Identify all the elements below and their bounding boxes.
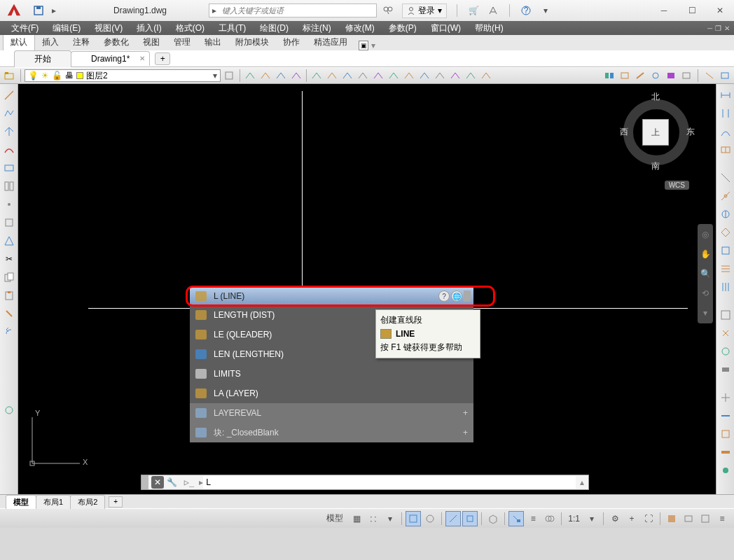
layer-tool-icon[interactable] [403, 69, 415, 82]
layer-match-icon[interactable] [222, 69, 236, 83]
draw-tool-icon[interactable] [2, 197, 16, 211]
expand-icon[interactable]: + [463, 408, 468, 418]
modify-tool-icon[interactable] [719, 171, 733, 185]
toolbar-icon[interactable] [618, 69, 631, 82]
menu-dim[interactable]: 标注(N) [296, 22, 338, 34]
help-icon[interactable]: ? [520, 4, 532, 17]
autocomplete-item[interactable]: LIMITS [190, 364, 473, 384]
layer-tool-icon[interactable] [275, 69, 287, 82]
history-dropdown-icon[interactable]: ▴ [576, 477, 588, 487]
ribbon-tab-default[interactable]: 默认 [3, 34, 35, 50]
layer-tool-icon[interactable] [290, 69, 303, 82]
modify-tool-icon[interactable] [719, 445, 733, 459]
layout-tab-layout2[interactable]: 布局2 [70, 495, 105, 509]
paste-icon[interactable] [2, 288, 16, 302]
toolbar-icon[interactable] [680, 69, 693, 82]
modify-tool-icon[interactable] [719, 344, 733, 358]
viewcube[interactable]: 上 北 南 东 西 [618, 94, 695, 171]
toolbar-icon[interactable] [634, 69, 646, 82]
layer-tool-icon[interactable] [449, 69, 462, 82]
settings-icon[interactable]: 🔧 [167, 477, 179, 487]
toolbar-icon[interactable] [703, 69, 716, 82]
menu-param[interactable]: 参数(P) [382, 22, 424, 34]
menu-help[interactable]: 帮助(H) [468, 22, 511, 34]
maximize-button[interactable]: ☐ [678, 3, 706, 18]
toolbar-icon[interactable] [603, 69, 616, 82]
autocomplete-group[interactable]: 块: _ClosedBlank+ [190, 423, 473, 442]
expand-icon[interactable]: + [463, 428, 468, 438]
ribbon-tab-view[interactable]: 视图 [136, 34, 167, 50]
layer-properties-icon[interactable] [3, 69, 17, 83]
modify-tool-icon[interactable] [719, 326, 733, 340]
ortho-icon[interactable] [406, 511, 421, 526]
ribbon-tab-insert[interactable]: 插入 [35, 34, 66, 50]
layout-tab-layout1[interactable]: 布局1 [36, 495, 71, 509]
tab-close-icon[interactable]: ✕ [139, 55, 145, 62]
autocomplete-group[interactable]: LAYEREVAL+ [190, 403, 473, 423]
layer-tool-icon[interactable] [372, 69, 385, 82]
command-line[interactable]: ✕ 🔧 ▷_ ▸ ▴ [141, 475, 589, 490]
menu-edit[interactable]: 编辑(E) [46, 22, 88, 34]
layout-tab-model[interactable]: 模型 [6, 495, 36, 509]
layer-tool-icon[interactable] [464, 69, 477, 82]
tool-icon[interactable] [2, 403, 16, 417]
save-icon[interactable] [32, 4, 45, 17]
draw-tool-icon[interactable] [2, 234, 16, 248]
nav-orbit-icon[interactable]: ⟲ [699, 287, 712, 300]
layer-tool-icon[interactable] [244, 69, 256, 82]
search-box[interactable]: ▸ [209, 4, 377, 18]
nav-more-icon[interactable]: ▾ [699, 307, 712, 319]
undo-icon[interactable] [2, 325, 16, 339]
toolbar-icon[interactable] [665, 69, 677, 82]
clean-screen-icon[interactable] [698, 511, 713, 526]
dyn-input-icon[interactable] [508, 511, 524, 526]
layer-tool-icon[interactable] [480, 69, 492, 82]
modify-tool-icon[interactable] [719, 207, 733, 221]
layer-tool-icon[interactable] [434, 69, 446, 82]
layer-dropdown[interactable]: 💡 ☀ 🔓 🖶 图层2 ▾ [25, 69, 221, 82]
infocenter-search-icon[interactable] [382, 4, 395, 17]
layout-add-button[interactable]: + [109, 496, 123, 507]
globe-icon[interactable]: 🌐 [451, 290, 462, 302]
autodesk-icon[interactable] [487, 4, 499, 17]
tab-add-button[interactable]: + [155, 52, 170, 65]
layer-tool-icon[interactable] [356, 69, 369, 82]
layer-tool-icon[interactable] [387, 69, 400, 82]
command-input[interactable] [203, 476, 576, 489]
grid-icon[interactable]: ▦ [349, 511, 364, 526]
ribbon-tab-manage[interactable]: 管理 [167, 34, 198, 50]
3dosnap-icon[interactable] [485, 511, 501, 526]
nav-wheel-icon[interactable]: ◎ [699, 228, 712, 241]
tab-drawing[interactable]: Drawing1*✕ [71, 51, 150, 66]
draw-arc-icon[interactable] [2, 143, 16, 157]
snap-icon[interactable]: ⸬ [366, 511, 381, 526]
gear-icon[interactable]: ⚙ [607, 511, 623, 526]
signin-button[interactable]: 登录 ▾ [402, 4, 447, 18]
ribbon-tab-parametric[interactable]: 参数化 [97, 34, 136, 50]
viewcube-top[interactable]: 上 [642, 119, 669, 146]
autocomplete-item[interactable]: LA (LAYER) [190, 384, 473, 403]
ribbon-tab-addins[interactable]: 附加模块 [228, 34, 276, 50]
wcs-label[interactable]: WCS [665, 181, 689, 190]
menu-draw[interactable]: 绘图(D) [253, 22, 296, 34]
menu-file[interactable]: 文件(F) [4, 22, 46, 34]
ribbon-expand-icon[interactable]: ▣ [359, 41, 368, 50]
search-input[interactable] [219, 6, 376, 15]
mdi-minimize-icon[interactable]: ─ [707, 24, 712, 32]
nav-bar[interactable]: ◎ ✋ 🔍 ⟲ ▾ [698, 224, 713, 323]
modify-tool-icon[interactable] [719, 125, 733, 139]
modify-tool-icon[interactable] [719, 363, 733, 377]
ribbon-tab-featured[interactable]: 精选应用 [307, 34, 354, 50]
modify-tool-icon[interactable] [719, 88, 733, 102]
menu-view[interactable]: 视图(V) [88, 22, 130, 34]
cart-icon[interactable]: 🛒 [467, 4, 480, 17]
status-icon[interactable]: ⛶ [641, 511, 656, 526]
toolbar-icon[interactable] [719, 69, 731, 82]
tab-start[interactable]: 开始 [14, 50, 71, 67]
ribbon-dropdown-icon[interactable]: ▾ [371, 41, 375, 50]
status-dropdown-icon[interactable]: ▾ [382, 511, 398, 526]
toolbar-icon[interactable] [649, 69, 662, 82]
drawing-canvas[interactable]: 上 北 南 东 西 WCS ◎ ✋ 🔍 ⟲ ▾ L (LINE) ? 🌐 [18, 84, 716, 494]
layer-tool-icon[interactable] [341, 69, 354, 82]
modify-tool-icon[interactable] [719, 427, 733, 441]
